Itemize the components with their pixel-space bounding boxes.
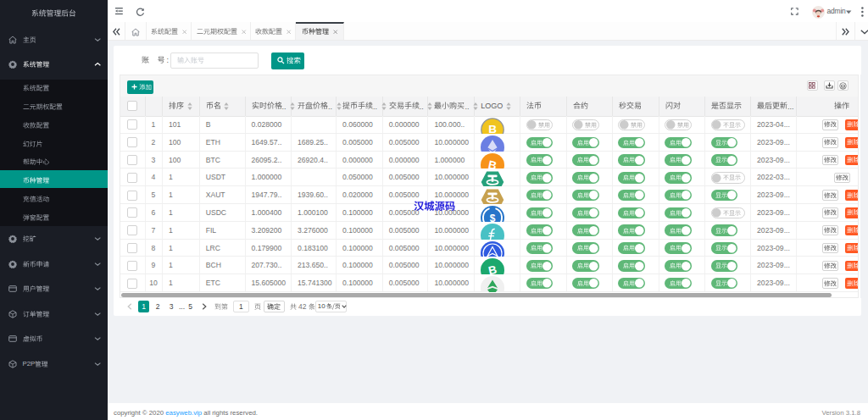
svg-text:B: B [488, 123, 497, 134]
svg-text:$: $ [490, 213, 496, 222]
